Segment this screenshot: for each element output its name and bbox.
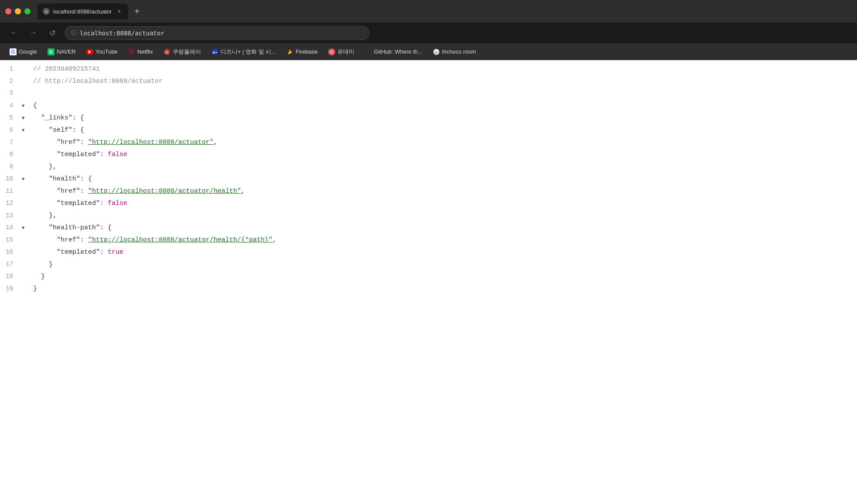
- collapse-10[interactable]: ▼: [22, 175, 29, 184]
- line-num-11: 11: [0, 186, 22, 197]
- line-num-8: 8: [0, 150, 22, 160]
- line-num-7: 7: [0, 137, 22, 148]
- line-content-9: },: [29, 161, 857, 173]
- maximize-button[interactable]: [24, 8, 31, 14]
- bookmark-naver[interactable]: N NAVER: [43, 47, 80, 57]
- code-line-6: 6 ▼ "self": {: [0, 125, 857, 137]
- bookmarks-bar: G Google N NAVER YouTube N Netflix C 쿠팡플…: [0, 44, 857, 60]
- line-content-15: "href": "http://localhost:8088/actuator/…: [29, 235, 857, 246]
- line-num-1: 1: [0, 64, 22, 75]
- code-line-3: 3: [0, 88, 857, 100]
- reload-button[interactable]: ↺: [45, 26, 59, 40]
- code-line-19: 19 }: [0, 283, 857, 296]
- bookmark-udemy-label: 유데미: [337, 48, 354, 56]
- collapse-4[interactable]: ▼: [22, 102, 29, 110]
- code-line-2: 2 // http://localhost:8088/actuator: [0, 76, 857, 88]
- bookmark-google-label: Google: [19, 48, 37, 55]
- address-bar[interactable]: ⓘ localhost:8088/actuator: [65, 26, 370, 40]
- bookmark-firebase-label: Firebase: [296, 48, 318, 55]
- bookmark-disney[interactable]: D+ 디즈니+ | 영화 및 시...: [207, 46, 280, 58]
- line-content-8: "templated": false: [29, 149, 857, 160]
- bookmark-netflix[interactable]: N Netflix: [124, 47, 157, 57]
- tab-area: ⊙ localhost:8088/actuator × +: [37, 3, 852, 19]
- line-num-4: 4: [0, 101, 22, 111]
- code-line-16: 16 "templated": true: [0, 247, 857, 259]
- line-content-12: "templated": false: [29, 198, 857, 209]
- code-line-12: 12 "templated": false: [0, 198, 857, 210]
- bookmark-udemy[interactable]: U 유데미: [324, 46, 359, 58]
- line-content-2: // http://localhost:8088/actuator: [29, 76, 857, 87]
- firebase-icon: [286, 48, 293, 55]
- collapse-5[interactable]: ▼: [22, 114, 29, 123]
- line-content-19: }: [29, 283, 857, 295]
- addressbar: ← → ↺ ⓘ localhost:8088/actuator: [0, 23, 857, 44]
- line-num-12: 12: [0, 198, 22, 209]
- bookmark-google[interactable]: G Google: [5, 47, 41, 57]
- line-num-2: 2: [0, 76, 22, 87]
- href-health-path-link[interactable]: "http://localhost:8088/actuator/health/{…: [88, 236, 272, 244]
- tab-close-button[interactable]: ×: [115, 7, 123, 15]
- bookmark-disney-label: 디즈니+ | 영화 및 시...: [221, 48, 276, 56]
- lock-icon: ⓘ: [71, 29, 76, 37]
- svg-text:ic: ic: [435, 51, 438, 54]
- titlebar: ⊙ localhost:8088/actuator × +: [0, 0, 857, 23]
- minimize-button[interactable]: [15, 8, 21, 14]
- bookmark-youtube-label: YouTube: [95, 48, 118, 55]
- href-self-link[interactable]: "http://localhost:8088/actuator": [88, 139, 214, 146]
- code-line-9: 9 },: [0, 161, 857, 174]
- line-num-17: 17: [0, 259, 22, 270]
- google-icon: G: [10, 48, 17, 55]
- code-line-15: 15 "href": "http://localhost:8088/actuat…: [0, 235, 857, 247]
- code-line-18: 18 }: [0, 271, 857, 283]
- new-tab-button[interactable]: +: [130, 4, 144, 18]
- bookmark-coupang[interactable]: C 쿠팡플레이: [159, 46, 205, 58]
- line-num-15: 15: [0, 235, 22, 245]
- code-line-4: 4 ▼ {: [0, 100, 857, 112]
- collapse-6[interactable]: ▼: [22, 126, 29, 135]
- line-num-14: 14: [0, 223, 22, 233]
- code-line-14: 14 ▼ "health-path": {: [0, 222, 857, 235]
- bookmark-naver-label: NAVER: [57, 48, 76, 55]
- forward-button[interactable]: →: [26, 26, 40, 40]
- collapse-14[interactable]: ▼: [22, 224, 29, 232]
- line-content-17: }: [29, 259, 857, 270]
- line-num-18: 18: [0, 272, 22, 282]
- line-num-13: 13: [0, 211, 22, 221]
- close-button[interactable]: [5, 8, 11, 14]
- bookmark-firebase[interactable]: Firebase: [282, 47, 322, 57]
- line-num-16: 16: [0, 247, 22, 258]
- active-tab[interactable]: ⊙ localhost:8088/actuator ×: [37, 3, 128, 19]
- line-num-3: 3: [0, 88, 22, 99]
- code-line-17: 17 }: [0, 259, 857, 271]
- bookmark-ihchoco[interactable]: ic ihchoco room: [428, 47, 480, 57]
- bookmark-github-label: GitHub: Where th...: [374, 48, 422, 55]
- code-line-8: 8 "templated": false: [0, 149, 857, 161]
- code-line-1: 1 // 20230409215741: [0, 64, 857, 76]
- code-line-10: 10 ▼ "health": {: [0, 174, 857, 186]
- traffic-lights: [5, 8, 31, 14]
- tab-favicon: ⊙: [43, 8, 50, 15]
- json-content: 1 // 20230409215741 2 // http://localhos…: [0, 60, 857, 504]
- href-health-link[interactable]: "http://localhost:8088/actuator/health": [88, 187, 241, 195]
- netflix-icon: N: [128, 48, 135, 55]
- line-content-10: "health": {: [29, 174, 857, 185]
- line-content-5: "_links": {: [29, 112, 857, 124]
- bookmark-youtube[interactable]: YouTube: [82, 47, 122, 57]
- udemy-icon: U: [328, 48, 335, 55]
- bookmark-ihchoco-label: ihchoco room: [442, 48, 476, 55]
- bookmark-github[interactable]: GitHub: Where th...: [360, 47, 427, 57]
- code-line-7: 7 "href": "http://localhost:8088/actuato…: [0, 137, 857, 149]
- ihchoco-icon: ic: [433, 48, 440, 55]
- line-num-6: 6: [0, 125, 22, 136]
- code-line-11: 11 "href": "http://localhost:8088/actuat…: [0, 186, 857, 198]
- line-content-16: "templated": true: [29, 247, 857, 258]
- line-content-13: },: [29, 210, 857, 221]
- url-text: localhost:8088/actuator: [80, 30, 164, 37]
- line-content-18: }: [29, 271, 857, 283]
- line-content-4: {: [29, 100, 857, 112]
- line-num-10: 10: [0, 174, 22, 184]
- back-button[interactable]: ←: [7, 26, 21, 40]
- line-num-9: 9: [0, 162, 22, 172]
- code-line-5: 5 ▼ "_links": {: [0, 112, 857, 125]
- line-content-11: "href": "http://localhost:8088/actuator/…: [29, 186, 857, 197]
